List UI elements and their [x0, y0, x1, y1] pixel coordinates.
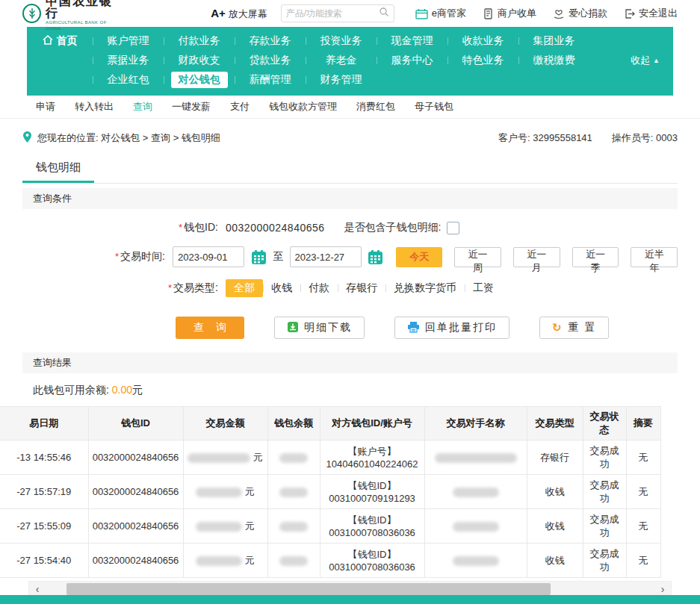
- nav-item-group-business[interactable]: 集团业务: [518, 33, 589, 49]
- printer-icon: [407, 321, 420, 335]
- subnav-apply[interactable]: 申请: [36, 100, 55, 113]
- nav-item-service-center[interactable]: 服务中心: [377, 52, 447, 69]
- nav-item-investment[interactable]: 投资业务: [306, 33, 377, 49]
- scroll-left-arrow-icon[interactable]: ‹: [29, 583, 46, 595]
- nav-item-cash-mgmt[interactable]: 现金管理: [377, 33, 447, 49]
- type-salary[interactable]: 工资: [465, 279, 502, 297]
- masked-amount: [196, 488, 242, 497]
- breadcrumb-row: 您现在的位置: 对公钱包 > 查询 > 钱包明细 客户号: 3299555814…: [22, 129, 678, 147]
- calendar-to-icon[interactable]: [368, 248, 385, 266]
- required-asterisk: *: [115, 251, 119, 262]
- subnav-consume-red-packet[interactable]: 消费红包: [356, 100, 395, 113]
- sub-nav: 申请 转入转出 查询 一键发薪 支付 钱包收款方管理 消费红包 母子钱包: [0, 96, 700, 119]
- search-button[interactable]: 查 询: [176, 317, 244, 339]
- nav-item-bills[interactable]: 票据业务: [93, 52, 164, 69]
- masked-counterparty-name: [453, 488, 499, 497]
- bank-logo: 中国农业银行 AGRICULTURAL BANK OF CHINA: [22, 0, 123, 31]
- date-from-input[interactable]: [173, 246, 244, 267]
- footer-bar: [0, 595, 700, 604]
- wallet-detail-page: 中国农业银行 AGRICULTURAL BANK OF CHINA A+ 放大屏…: [0, 0, 700, 604]
- enlarge-screen-control[interactable]: A+ 放大屏幕: [211, 7, 267, 21]
- col-counterparty-id: 对方钱包ID/账户号: [320, 407, 424, 440]
- customer-number: 客户号: 32995558141: [498, 131, 592, 145]
- scroll-right-arrow-icon[interactable]: ›: [654, 583, 671, 595]
- download-icon: [287, 321, 299, 335]
- table-horizontal-scrollbar[interactable]: ‹ ›: [28, 581, 672, 597]
- main-nav: 首页 账户管理 付款业务 存款业务 投资业务 现金管理 收款业务 集团业务 票据…: [27, 27, 673, 96]
- col-status: 交易状态: [583, 407, 626, 440]
- search-icon[interactable]: [379, 7, 389, 20]
- nav-item-fiscal[interactable]: 财政收支: [164, 52, 235, 69]
- subnav-one-key-payroll[interactable]: 一键发薪: [172, 100, 211, 113]
- masked-balance: [279, 556, 308, 566]
- bank-logo-icon: [22, 4, 41, 23]
- home-icon: [43, 35, 53, 47]
- scrollbar-track[interactable]: [46, 582, 654, 596]
- nav-item-salary-mgmt[interactable]: 薪酬管理: [235, 72, 306, 88]
- col-counterparty-name: 交易对手名称: [424, 407, 527, 440]
- download-detail-button[interactable]: 明细下载: [274, 317, 365, 339]
- nav-item-corporate-wallet[interactable]: 对公钱包: [164, 72, 235, 88]
- nav-item-featured[interactable]: 特色业务: [447, 52, 518, 69]
- type-all[interactable]: 全部: [226, 279, 263, 297]
- range-month-button[interactable]: 近一月: [513, 247, 560, 267]
- product-search-box[interactable]: [281, 4, 394, 22]
- bank-name: 中国农业银行: [46, 0, 123, 19]
- scrollbar-thumb[interactable]: [66, 583, 551, 595]
- link-secure-logout[interactable]: 安全退出: [624, 7, 678, 20]
- aplus-icon[interactable]: A+: [211, 7, 226, 19]
- query-result-header: 查询结果: [22, 352, 678, 373]
- nav-home[interactable]: 首页: [27, 34, 93, 48]
- col-amount: 交易金额: [183, 407, 267, 440]
- subnav-payee-mgmt[interactable]: 钱包收款方管理: [269, 100, 337, 113]
- nav-collapse-button[interactable]: 收起 ▲: [631, 54, 660, 67]
- col-summary: 摘要: [626, 407, 660, 440]
- link-e-merchant-manager[interactable]: e商管家: [415, 7, 466, 20]
- table-row: -27 15:54:40 0032000024840656 元 【钱包ID】00…: [0, 544, 660, 578]
- nav-item-collection[interactable]: 收款业务: [447, 33, 518, 49]
- tab-wallet-detail[interactable]: 钱包明细: [22, 158, 94, 183]
- breadcrumb: 您现在的位置: 对公钱包 > 查询 > 钱包明细: [37, 131, 220, 145]
- nav-item-pension[interactable]: 养老金: [306, 52, 377, 69]
- type-receive[interactable]: 收钱: [263, 279, 300, 297]
- range-half-year-button[interactable]: 近半年: [631, 247, 678, 267]
- subnav-query[interactable]: 查询: [133, 100, 152, 113]
- nav-item-account-mgmt[interactable]: 账户管理: [93, 33, 164, 49]
- type-pay[interactable]: 付款: [300, 279, 338, 297]
- include-sub-wallet-checkbox[interactable]: [447, 222, 459, 234]
- link-charity-donation[interactable]: 爱心捐款: [553, 7, 607, 20]
- range-quarter-button[interactable]: 近一季: [572, 247, 619, 267]
- nav-item-deposit[interactable]: 存款业务: [235, 33, 306, 49]
- type-exchange-digital-currency[interactable]: 兑换数字货币: [385, 279, 465, 297]
- reset-button[interactable]: ↻ 重 置: [539, 317, 609, 339]
- masked-amount: [188, 453, 250, 463]
- subnav-pay[interactable]: 支付: [230, 100, 250, 113]
- range-week-button[interactable]: 近一周: [454, 247, 501, 267]
- operator-number: 操作员号: 0003: [612, 131, 678, 145]
- balance-value: 0.00: [112, 384, 132, 396]
- nav-item-loans[interactable]: 贷款业务: [235, 52, 306, 69]
- collapse-arrow-icon: ▲: [653, 57, 660, 64]
- type-deposit-bank[interactable]: 存银行: [338, 279, 385, 297]
- calendar-from-icon[interactable]: [250, 248, 267, 266]
- link-merchant-acquiring[interactable]: 商户收单: [483, 7, 536, 20]
- nav-item-finance-mgmt[interactable]: 财务管理: [306, 72, 377, 88]
- required-asterisk: *: [168, 282, 172, 293]
- bank-name-en: AGRICULTURAL BANK OF CHINA: [46, 19, 123, 31]
- nav-item-tax[interactable]: 缴税缴费: [518, 52, 589, 69]
- search-input[interactable]: [286, 8, 379, 19]
- required-asterisk: *: [179, 222, 182, 233]
- range-today-button[interactable]: 今天: [396, 247, 442, 267]
- date-range-to-label: 至: [273, 250, 284, 264]
- col-wallet-id: 钱包ID: [88, 407, 183, 440]
- table-row: -27 15:57:19 0032000024840656 元 【钱包ID】00…: [0, 475, 660, 509]
- masked-counterparty-name: [435, 453, 517, 463]
- nav-item-red-packet[interactable]: 企业红包: [93, 72, 164, 88]
- transaction-table: 易日期 钱包ID 交易金额 钱包余额 对方钱包ID/账户号 交易对手名称 交易类…: [0, 406, 661, 578]
- date-to-input[interactable]: [290, 246, 362, 267]
- nav-item-payment[interactable]: 付款业务: [164, 33, 235, 49]
- subnav-transfer[interactable]: 转入转出: [75, 100, 114, 113]
- batch-print-receipt-button[interactable]: 回单批量打印: [394, 317, 509, 339]
- tab-bar: 钱包明细: [22, 158, 678, 184]
- subnav-parent-child-wallet[interactable]: 母子钱包: [415, 100, 453, 113]
